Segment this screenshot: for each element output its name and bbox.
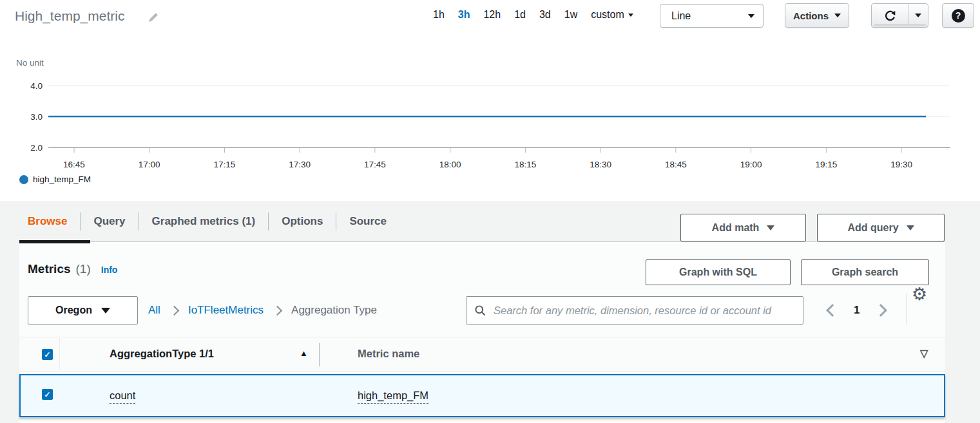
help-button[interactable]: ? xyxy=(942,3,974,28)
time-range-1d[interactable]: 1d xyxy=(514,9,526,21)
chart-legend[interactable]: high_temp_FM xyxy=(19,174,91,184)
row-checkbox[interactable]: ✓ xyxy=(42,389,53,400)
refresh-icon xyxy=(883,9,897,23)
metric-chart[interactable]: 4.03.02.016:4517:0017:1517:3017:4518:001… xyxy=(0,57,980,185)
actions-button[interactable]: Actions xyxy=(785,3,849,28)
legend-label: high_temp_FM xyxy=(33,174,91,184)
svg-text:18:15: 18:15 xyxy=(514,160,536,169)
time-range-12h[interactable]: 12h xyxy=(483,9,501,21)
chevron-down-icon xyxy=(915,14,921,17)
legend-color-dot xyxy=(19,175,28,184)
add-query-button[interactable]: Add query xyxy=(817,214,945,241)
graph-search-button[interactable]: Graph search xyxy=(801,259,929,285)
column-filter-icon[interactable]: ▽ xyxy=(920,347,928,359)
chevron-down-icon xyxy=(907,225,914,230)
time-range-1h[interactable]: 1h xyxy=(433,9,445,21)
search-icon xyxy=(474,305,486,317)
breadcrumb-aggregation-type: Aggregation Type xyxy=(291,304,377,317)
refresh-progress-track xyxy=(874,24,926,26)
graph-with-sql-button[interactable]: Graph with SQL xyxy=(646,259,791,285)
chevron-down-icon xyxy=(748,14,754,18)
column-header-metric-name[interactable]: Metric name xyxy=(358,348,419,360)
region-select[interactable]: Oregon xyxy=(28,296,138,324)
tab-browse[interactable]: Browse xyxy=(28,215,80,228)
svg-text:2.0: 2.0 xyxy=(30,143,43,153)
edit-title-pencil-icon[interactable] xyxy=(147,11,160,24)
breadcrumb: All IoTFleetMetrics Aggregation Type xyxy=(148,296,377,324)
next-page-icon[interactable] xyxy=(875,304,888,317)
select-all-checkbox[interactable]: ✓ xyxy=(42,349,53,360)
svg-text:17:30: 17:30 xyxy=(289,160,311,169)
add-math-button[interactable]: Add math xyxy=(680,214,806,241)
svg-text:3.0: 3.0 xyxy=(30,112,43,122)
metric-search-input[interactable] xyxy=(492,304,796,317)
chevron-right-icon xyxy=(169,305,180,315)
time-range-custom-label: custom xyxy=(591,9,624,21)
tab-query[interactable]: Query xyxy=(81,215,138,228)
breadcrumb-iotfleetmetrics[interactable]: IoTFleetMetrics xyxy=(188,304,264,317)
svg-text:19:30: 19:30 xyxy=(890,160,912,169)
chevron-down-icon xyxy=(834,14,841,17)
region-label: Oregon xyxy=(55,305,92,316)
metrics-section-title: Metrics (1) Info xyxy=(28,262,117,276)
svg-text:17:15: 17:15 xyxy=(214,160,236,169)
actions-label: Actions xyxy=(793,10,829,21)
current-page-number: 1 xyxy=(854,304,860,317)
svg-text:18:00: 18:00 xyxy=(439,160,461,169)
tab-source[interactable]: Source xyxy=(336,215,399,228)
metrics-browser-panel: Browse Query Graphed metrics (1) Options… xyxy=(19,201,945,423)
time-range-selector: 1h 3h 12h 1d 3d 1w custom xyxy=(433,9,633,21)
chart-type-value: Line xyxy=(671,10,691,22)
chevron-down-icon xyxy=(101,308,110,314)
chevron-right-icon xyxy=(273,305,283,315)
tab-graphed-metrics[interactable]: Graphed metrics (1) xyxy=(139,215,269,228)
sort-ascending-icon[interactable]: ▲ xyxy=(300,348,308,358)
divider xyxy=(907,294,907,324)
tab-bar: Browse Query Graphed metrics (1) Options… xyxy=(19,201,945,242)
chevron-down-icon xyxy=(628,14,633,17)
settings-gear-icon[interactable]: ⚙ xyxy=(912,286,927,303)
graph-search-label: Graph search xyxy=(832,267,898,278)
svg-text:18:45: 18:45 xyxy=(665,160,687,169)
svg-text:18:30: 18:30 xyxy=(590,160,611,169)
graph-with-sql-label: Graph with SQL xyxy=(679,267,757,278)
pagination: 1 xyxy=(828,296,885,324)
time-range-custom-dropdown[interactable]: custom xyxy=(591,9,633,21)
metrics-title-text: Metrics xyxy=(28,262,71,276)
page-title: High_temp_metric xyxy=(15,8,124,24)
column-header-aggregation-type[interactable]: AggregationType 1/1 xyxy=(110,348,214,360)
table-row[interactable]: ✓ count high_temp_FM xyxy=(19,374,945,417)
previous-page-icon[interactable] xyxy=(826,304,839,317)
question-mark-icon: ? xyxy=(952,9,965,23)
metric-search-box xyxy=(466,296,803,324)
column-divider xyxy=(319,343,320,366)
tab-options[interactable]: Options xyxy=(269,215,336,228)
svg-text:19:15: 19:15 xyxy=(815,160,837,169)
time-range-3h-selected[interactable]: 3h xyxy=(458,9,470,21)
svg-text:19:00: 19:00 xyxy=(740,160,762,169)
row-metric-name-link[interactable]: high_temp_FM xyxy=(358,390,428,404)
add-math-label: Add math xyxy=(712,222,760,234)
active-tab-indicator xyxy=(19,240,90,243)
time-range-1w[interactable]: 1w xyxy=(564,9,577,21)
column-divider xyxy=(59,338,60,370)
refresh-split-button xyxy=(871,3,928,28)
info-link[interactable]: Info xyxy=(101,265,118,275)
breadcrumb-all[interactable]: All xyxy=(148,304,160,317)
svg-text:17:45: 17:45 xyxy=(364,160,386,169)
svg-text:17:00: 17:00 xyxy=(139,160,160,169)
chevron-down-icon xyxy=(767,225,774,230)
time-range-3d[interactable]: 3d xyxy=(539,9,551,21)
metrics-count: (1) xyxy=(76,262,91,276)
svg-text:4.0: 4.0 xyxy=(30,81,43,91)
chart-type-select[interactable]: Line xyxy=(660,4,764,28)
table-header-row: ✓ AggregationType 1/1 ▲ Metric name ▽ xyxy=(19,337,945,371)
add-query-label: Add query xyxy=(847,222,898,234)
svg-text:16:45: 16:45 xyxy=(63,160,85,169)
row-aggregation-type-link[interactable]: count xyxy=(110,390,135,404)
